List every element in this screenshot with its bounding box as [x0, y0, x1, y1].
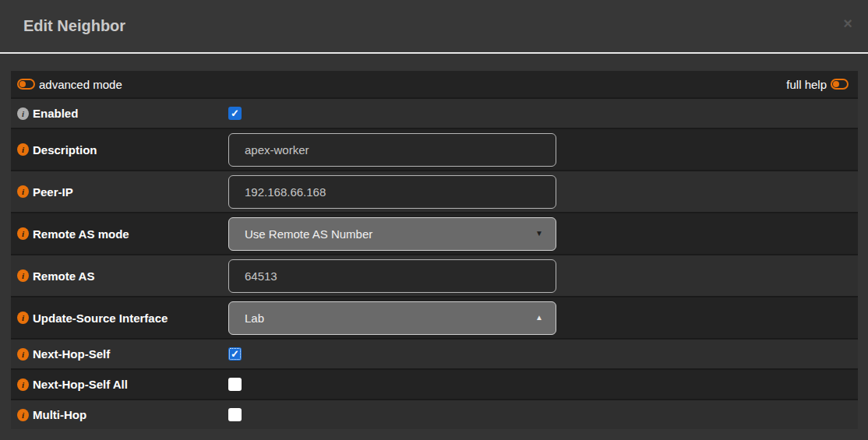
advanced-mode-label: advanced mode	[39, 78, 122, 91]
caret-down-icon: ▼	[535, 230, 543, 238]
form-row-multi-hop: i Multi-Hop ✓	[11, 399, 858, 429]
info-icon[interactable]: i	[17, 269, 29, 282]
field-control: Lab ▲	[228, 301, 568, 335]
full-help-toggle[interactable]: full help	[786, 78, 849, 91]
field-label-text: Enabled	[33, 107, 78, 120]
field-label-text: Next-Hop-Self All	[33, 378, 128, 391]
next-hop-self-all-checkbox[interactable]: ✓	[228, 378, 242, 391]
form-row-description: i Description	[11, 128, 858, 170]
update-source-interface-select[interactable]: Lab ▲	[228, 301, 556, 335]
info-icon[interactable]: i	[17, 227, 29, 240]
remote-as-mode-select[interactable]: Use Remote AS Number ▼	[228, 217, 556, 251]
info-icon[interactable]: i	[17, 348, 29, 361]
field-label: i Multi-Hop	[11, 408, 228, 421]
next-hop-self-checkbox[interactable]: ✓	[228, 347, 242, 361]
field-label-text: Update-Source Interface	[33, 312, 168, 325]
form-row-enabled: i Enabled ✓	[11, 97, 858, 128]
field-label-text: Remote AS	[33, 269, 94, 283]
field-label: i Next-Hop-Self All	[11, 378, 228, 391]
form-row-update-source-interface: i Update-Source Interface Lab ▲	[11, 296, 858, 338]
enabled-checkbox[interactable]: ✓	[228, 107, 242, 120]
edit-neighbor-form: advanced mode full help i Enabled ✓	[11, 71, 858, 429]
field-label-text: Next-Hop-Self	[33, 347, 110, 361]
field-label: i Description	[11, 143, 228, 157]
field-label-text: Multi-Hop	[33, 408, 86, 421]
check-icon: ✓	[231, 108, 239, 118]
modal-body: advanced mode full help i Enabled ✓	[0, 54, 868, 429]
peer-ip-input[interactable]	[228, 175, 556, 209]
field-label-text: Peer-IP	[33, 185, 73, 199]
info-icon[interactable]: i	[17, 143, 29, 156]
form-row-peer-ip: i Peer-IP	[11, 170, 858, 212]
info-icon[interactable]: i	[17, 409, 29, 421]
advanced-mode-toggle[interactable]: advanced mode	[17, 78, 122, 91]
options-bar: advanced mode full help	[11, 71, 858, 97]
field-label-text: Remote AS mode	[33, 227, 129, 241]
field-label: i Next-Hop-Self	[11, 347, 228, 361]
caret-up-icon: ▲	[535, 314, 543, 322]
check-icon: ✓	[231, 349, 239, 359]
field-label: i Peer-IP	[11, 185, 228, 199]
info-icon[interactable]: i	[17, 185, 29, 198]
form-row-next-hop-self-all: i Next-Hop-Self All ✓	[11, 368, 858, 399]
field-label: i Remote AS mode	[11, 227, 228, 241]
description-input[interactable]	[228, 133, 556, 167]
info-icon[interactable]: i	[17, 107, 29, 120]
field-label: i Remote AS	[11, 269, 228, 283]
info-icon[interactable]: i	[17, 378, 29, 391]
field-label-text: Description	[33, 143, 97, 157]
full-help-label: full help	[786, 78, 827, 91]
field-control: ✓	[228, 107, 568, 120]
page-title: Edit Neighbor	[23, 17, 843, 35]
form-row-next-hop-self: i Next-Hop-Self ✓	[11, 338, 858, 368]
field-label: i Update-Source Interface	[11, 312, 228, 325]
field-control	[228, 175, 568, 209]
form-row-remote-as-mode: i Remote AS mode Use Remote AS Number ▼	[11, 212, 858, 254]
multi-hop-checkbox[interactable]: ✓	[228, 408, 242, 421]
field-control: ✓	[228, 347, 568, 361]
field-control: Use Remote AS Number ▼	[228, 217, 568, 251]
close-icon[interactable]: ×	[843, 16, 852, 31]
modal-header: Edit Neighbor ×	[0, 0, 868, 54]
field-control	[228, 259, 568, 293]
toggle-icon	[17, 79, 35, 90]
edit-neighbor-modal: Edit Neighbor × advanced mode full help …	[0, 0, 868, 440]
field-label: i Enabled	[11, 107, 228, 120]
info-icon[interactable]: i	[17, 312, 29, 324]
select-value: Use Remote AS Number	[245, 227, 372, 241]
field-control: ✓	[228, 408, 568, 421]
form-row-remote-as: i Remote AS	[11, 254, 858, 296]
field-control	[228, 133, 568, 167]
field-control: ✓	[228, 378, 568, 391]
select-value: Lab	[245, 312, 264, 325]
toggle-icon	[831, 79, 849, 90]
remote-as-input[interactable]	[228, 259, 556, 293]
